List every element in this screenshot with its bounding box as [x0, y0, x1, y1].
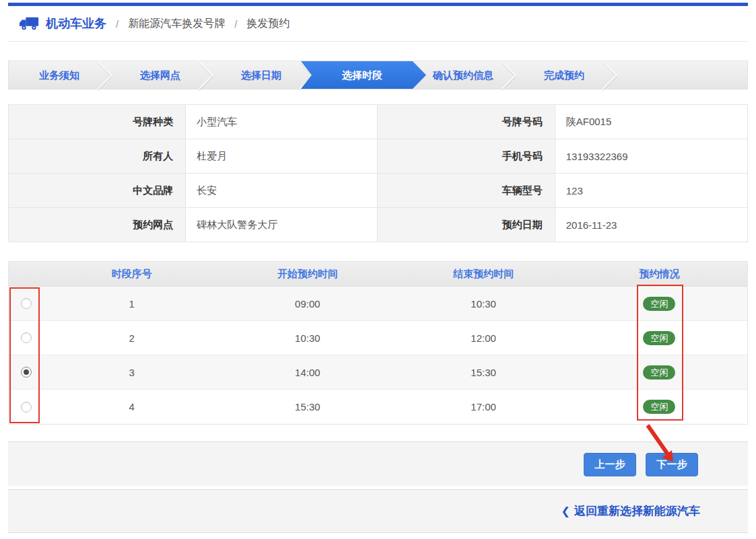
- return-link[interactable]: ❮ 返回重新选择新能源汽车: [561, 503, 700, 519]
- status-badge-free: 空闲: [643, 331, 675, 345]
- page: 机动车业务 / 新能源汽车换发号牌 / 换发预约 业务须知 选择网点 选择日期 …: [0, 0, 756, 539]
- breadcrumb-item-appointment: 换发预约: [246, 17, 289, 31]
- branch-label: 预约网点: [9, 208, 186, 242]
- slot-end-time: 17:00: [396, 390, 572, 424]
- radio-column-header: [9, 262, 44, 286]
- slot-seq: 4: [44, 390, 219, 424]
- slot-end-time: 12:00: [396, 321, 572, 355]
- slot-start-time: 15:30: [219, 390, 395, 424]
- col-header-seq: 时段序号: [44, 262, 219, 286]
- timeslot-row-2: 2 10:30 12:00 空闲: [9, 321, 747, 355]
- plate-number-value: 陕AF0015: [555, 105, 747, 139]
- timeslot-row-4: 4 15:30 17:00 空闲: [9, 390, 747, 424]
- slot-start-time: 14:00: [219, 355, 395, 389]
- date-value: 2016-11-23: [555, 208, 747, 242]
- col-header-start: 开始预约时间: [219, 262, 395, 286]
- breadcrumb-item-plate-exchange[interactable]: 新能源汽车换发号牌: [128, 17, 225, 31]
- plate-type-value: 小型汽车: [186, 105, 378, 139]
- timeslot-row-3: 3 14:00 15:30 空闲: [9, 355, 747, 390]
- tab-select-branch[interactable]: 选择网点: [110, 61, 211, 89]
- phone-label: 手机号码: [378, 139, 555, 173]
- info-row: 所有人 杜爱月 手机号码 13193322369: [9, 139, 747, 174]
- date-label: 预约日期: [378, 208, 555, 242]
- prev-step-button[interactable]: 上一步: [584, 453, 636, 476]
- slot-end-time: 15:30: [396, 355, 572, 389]
- slot-radio-4[interactable]: [21, 402, 32, 412]
- slot-radio-2[interactable]: [21, 332, 32, 343]
- slot-radio-3[interactable]: [21, 367, 32, 378]
- brand-label: 中文品牌: [9, 174, 186, 207]
- slot-end-time: 10:30: [396, 287, 572, 320]
- breadcrumb-item-vehicle-services[interactable]: 机动车业务: [46, 15, 106, 32]
- next-step-button[interactable]: 下一步: [646, 453, 698, 476]
- owner-value: 杜爱月: [186, 139, 378, 173]
- info-row: 号牌种类 小型汽车 号牌号码 陕AF0015: [9, 105, 747, 139]
- timeslot-table: 时段序号 开始预约时间 结束预约时间 预约情况 1 09:00 10:30 空闲…: [8, 261, 748, 425]
- tab-confirm-info[interactable]: 确认预约信息: [413, 61, 514, 89]
- slot-seq: 3: [44, 355, 219, 389]
- plate-type-label: 号牌种类: [9, 105, 186, 139]
- breadcrumb-separator: /: [116, 18, 118, 30]
- slot-seq: 1: [44, 287, 219, 320]
- model-value: 123: [555, 174, 747, 207]
- slot-start-time: 10:30: [219, 321, 395, 355]
- chevron-left-icon: ❮: [561, 505, 570, 517]
- tab-finish[interactable]: 完成预约: [514, 61, 615, 89]
- tab-business-notice[interactable]: 业务须知: [9, 61, 110, 89]
- timeslot-table-header: 时段序号 开始预约时间 结束预约时间 预约情况: [9, 262, 747, 287]
- plate-number-label: 号牌号码: [378, 105, 555, 139]
- info-row: 中文品牌 长安 车辆型号 123: [9, 174, 747, 208]
- step-tabs: 业务须知 选择网点 选择日期 选择时段 确认预约信息 完成预约: [8, 61, 748, 89]
- appointment-info-table: 号牌种类 小型汽车 号牌号码 陕AF0015 所有人 杜爱月 手机号码 1319…: [8, 104, 748, 242]
- slot-start-time: 09:00: [219, 287, 395, 320]
- buttons-strip: 上一步 下一步: [8, 441, 748, 486]
- tab-select-timeslot[interactable]: 选择时段: [312, 61, 413, 89]
- status-badge-free: 空闲: [643, 297, 675, 311]
- info-row: 预约网点 碑林大队警务大厅 预约日期 2016-11-23: [9, 208, 747, 242]
- slot-radio-1[interactable]: [21, 298, 32, 309]
- status-badge-free: 空闲: [643, 400, 675, 414]
- return-link-label: 返回重新选择新能源汽车: [574, 503, 700, 519]
- tab-select-date[interactable]: 选择日期: [211, 61, 312, 89]
- branch-value: 碑林大队警务大厅: [186, 208, 378, 242]
- brand-value: 长安: [186, 174, 378, 207]
- col-header-end: 结束预约时间: [396, 262, 572, 286]
- model-label: 车辆型号: [378, 174, 555, 207]
- breadcrumb: 机动车业务 / 新能源汽车换发号牌 / 换发预约: [8, 6, 748, 42]
- timeslot-row-1: 1 09:00 10:30 空闲: [9, 287, 747, 321]
- phone-value: 13193322369: [555, 139, 747, 173]
- button-group: 上一步 下一步: [584, 453, 698, 476]
- col-header-status: 预约情况: [572, 262, 747, 286]
- truck-icon: [19, 15, 39, 32]
- status-badge-free: 空闲: [643, 365, 675, 380]
- step-tabs-filler: [615, 61, 747, 89]
- return-link-strip: ❮ 返回重新选择新能源汽车: [8, 489, 748, 533]
- owner-label: 所有人: [9, 139, 186, 173]
- slot-seq: 2: [44, 321, 219, 355]
- breadcrumb-separator: /: [234, 18, 237, 30]
